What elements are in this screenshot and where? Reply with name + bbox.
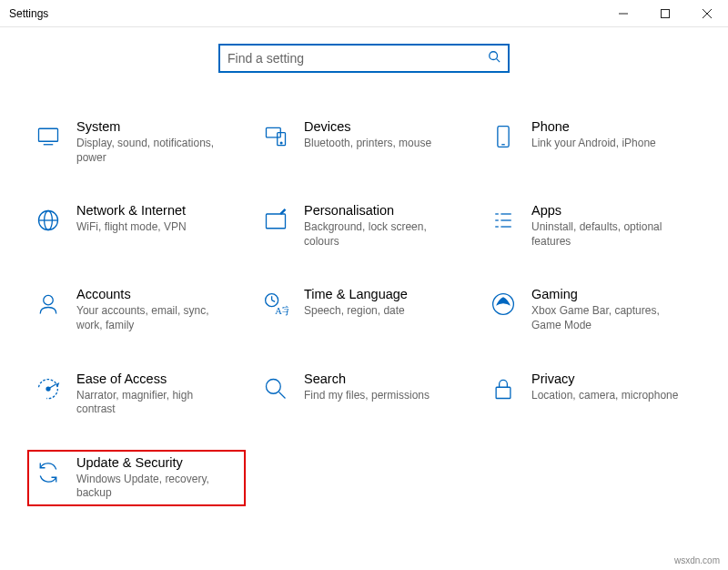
search-tile-icon bbox=[260, 373, 291, 404]
tile-time-language[interactable]: A字 Time & Language Speech, region, date bbox=[255, 281, 473, 338]
svg-rect-1 bbox=[662, 9, 670, 17]
phone-icon bbox=[488, 121, 519, 152]
svg-line-30 bbox=[48, 383, 56, 388]
tile-search[interactable]: Search Find my files, permissions bbox=[255, 366, 473, 422]
privacy-icon bbox=[488, 373, 519, 404]
tile-title: Network & Internet bbox=[76, 203, 233, 218]
svg-rect-34 bbox=[496, 387, 511, 398]
tile-title: Apps bbox=[531, 203, 688, 218]
tile-accounts[interactable]: Accounts Your accounts, email, sync, wor… bbox=[27, 281, 246, 338]
apps-icon bbox=[488, 205, 519, 236]
tile-desc: Background, lock screen, colours bbox=[304, 220, 460, 249]
tile-phone[interactable]: Phone Link your Android, iPhone bbox=[482, 114, 701, 170]
maximize-icon bbox=[661, 9, 670, 18]
tile-title: Update & Security bbox=[76, 455, 233, 470]
gaming-icon bbox=[488, 289, 519, 320]
tile-devices[interactable]: Devices Bluetooth, printers, mouse bbox=[255, 114, 473, 170]
minimize-button[interactable] bbox=[602, 0, 644, 27]
tile-desc: Narrator, magnifier, high contrast bbox=[76, 389, 233, 417]
network-icon bbox=[33, 205, 64, 236]
system-icon bbox=[33, 121, 64, 152]
tile-desc: Speech, region, date bbox=[304, 304, 460, 319]
tile-network[interactable]: Network & Internet WiFi, flight mode, VP… bbox=[27, 198, 246, 254]
svg-point-28 bbox=[493, 294, 514, 315]
window-title: Settings bbox=[9, 7, 602, 20]
tile-gaming[interactable]: Gaming Xbox Game Bar, captures, Game Mod… bbox=[482, 281, 701, 338]
watermark: wsxdn.com bbox=[672, 555, 723, 566]
tile-title: Personalisation bbox=[304, 203, 460, 218]
ease-of-access-icon bbox=[33, 373, 64, 404]
tile-desc: WiFi, flight mode, VPN bbox=[76, 220, 233, 235]
tile-privacy[interactable]: Privacy Location, camera, microphone bbox=[482, 366, 701, 422]
tile-title: Accounts bbox=[76, 287, 233, 301]
tile-desc: Display, sound, notifications, power bbox=[76, 137, 233, 165]
time-language-icon: A字 bbox=[260, 289, 291, 320]
devices-icon bbox=[260, 121, 291, 152]
minimize-icon bbox=[619, 9, 628, 18]
tile-personalisation[interactable]: Personalisation Background, lock screen,… bbox=[255, 198, 473, 254]
svg-text:A字: A字 bbox=[275, 305, 288, 316]
settings-grid: System Display, sound, notifications, po… bbox=[27, 114, 701, 506]
svg-rect-16 bbox=[267, 214, 286, 229]
tile-desc: Xbox Game Bar, captures, Game Mode bbox=[531, 304, 688, 332]
tile-desc: Windows Update, recovery, backup bbox=[76, 473, 233, 501]
search-icon bbox=[488, 50, 500, 66]
svg-point-10 bbox=[280, 142, 282, 144]
tile-desc: Find my files, permissions bbox=[304, 389, 460, 403]
tile-apps[interactable]: Apps Uninstall, defaults, optional featu… bbox=[482, 198, 701, 254]
close-icon bbox=[703, 9, 712, 18]
tile-title: Search bbox=[304, 372, 460, 386]
update-security-icon bbox=[33, 457, 64, 488]
tile-title: Time & Language bbox=[304, 287, 460, 301]
svg-line-5 bbox=[497, 59, 500, 63]
svg-marker-31 bbox=[56, 382, 60, 387]
tile-title: Gaming bbox=[531, 287, 688, 301]
tile-title: Phone bbox=[531, 119, 688, 134]
search-input[interactable] bbox=[228, 51, 488, 66]
search-box[interactable] bbox=[218, 44, 510, 73]
tile-title: Privacy bbox=[531, 372, 688, 386]
svg-line-26 bbox=[272, 300, 276, 302]
svg-point-23 bbox=[44, 296, 54, 306]
svg-rect-11 bbox=[498, 127, 509, 148]
svg-rect-6 bbox=[39, 128, 58, 141]
tile-desc: Uninstall, defaults, optional features bbox=[531, 220, 688, 249]
search-container bbox=[0, 44, 728, 73]
tile-title: Ease of Access bbox=[76, 372, 233, 386]
tile-desc: Location, camera, microphone bbox=[531, 389, 688, 403]
svg-point-4 bbox=[490, 52, 498, 60]
tile-title: System bbox=[76, 119, 233, 134]
tile-title: Devices bbox=[304, 119, 460, 134]
tile-system[interactable]: System Display, sound, notifications, po… bbox=[27, 114, 246, 170]
svg-point-32 bbox=[267, 379, 281, 393]
maximize-button[interactable] bbox=[644, 0, 686, 27]
close-button[interactable] bbox=[686, 0, 728, 27]
accounts-icon bbox=[33, 289, 64, 320]
tile-update-security[interactable]: Update & Security Windows Update, recove… bbox=[27, 450, 246, 506]
tile-desc: Link your Android, iPhone bbox=[531, 137, 688, 151]
tile-desc: Your accounts, email, sync, work, family bbox=[76, 304, 233, 332]
svg-line-33 bbox=[279, 392, 286, 398]
tile-ease-of-access[interactable]: Ease of Access Narrator, magnifier, high… bbox=[27, 366, 246, 422]
window-titlebar: Settings bbox=[0, 0, 728, 27]
window-controls bbox=[602, 0, 728, 27]
tile-desc: Bluetooth, printers, mouse bbox=[304, 137, 460, 151]
personalisation-icon bbox=[260, 205, 291, 236]
